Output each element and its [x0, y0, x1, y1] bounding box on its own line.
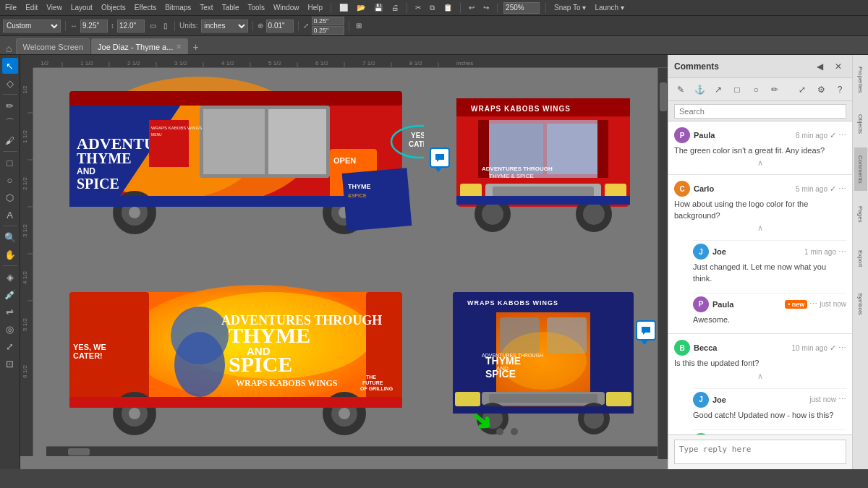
pan-tool[interactable]: ✋: [2, 247, 18, 262]
pages-panel-btn[interactable]: Pages: [854, 192, 867, 236]
blend-tool[interactable]: ⇌: [2, 304, 18, 320]
menu-view[interactable]: View: [44, 3, 64, 12]
more-btn-joe-1[interactable]: ⋯: [838, 247, 846, 257]
width-input[interactable]: [80, 20, 108, 33]
tb-paste[interactable]: 📋: [441, 3, 454, 12]
svg-text:8 1/2: 8 1/2: [409, 60, 422, 67]
comments-mini-btn[interactable]: Comments: [854, 147, 867, 191]
menu-text[interactable]: Text: [197, 3, 215, 12]
settings-icon-btn[interactable]: ⚙: [813, 82, 829, 98]
properties-panel-btn[interactable]: Properties: [854, 58, 867, 101]
more-btn-becca[interactable]: ⋯: [838, 343, 846, 353]
launch-btn[interactable]: Launch ▾: [592, 3, 626, 12]
pen-icon-btn[interactable]: ✎: [673, 82, 689, 98]
expand-paula[interactable]: ∧: [674, 158, 846, 168]
menu-help[interactable]: Help: [306, 3, 326, 12]
artistic-tool[interactable]: 🖌: [2, 132, 18, 148]
scroll-thumb-v[interactable]: [660, 82, 667, 111]
tab-joe-diaz-close[interactable]: ✕: [176, 43, 182, 51]
menu-table[interactable]: Table: [220, 3, 242, 12]
nudge-input[interactable]: [266, 20, 294, 33]
tb-new[interactable]: ⬜: [337, 3, 350, 12]
zoom-tool[interactable]: 🔍: [2, 229, 18, 245]
tab-welcome[interactable]: Welcome Screen: [16, 38, 90, 54]
tb-save[interactable]: 💾: [372, 3, 385, 12]
tb-print[interactable]: 🖨: [389, 3, 401, 12]
comments-collapse-btn[interactable]: ◀: [812, 59, 827, 74]
author-name-paula-2: Paula: [712, 300, 733, 309]
pointer-icon-btn[interactable]: ↗: [710, 82, 726, 98]
offset-y-input[interactable]: [312, 26, 344, 35]
check-btn-paula[interactable]: ✓: [830, 131, 836, 140]
menu-tools[interactable]: Tools: [246, 3, 267, 12]
select-tool[interactable]: ↖: [2, 58, 18, 74]
add-tab-btn[interactable]: +: [190, 41, 201, 53]
more-btn-paula[interactable]: ⋯: [838, 131, 846, 140]
units-select[interactable]: inches: [201, 20, 248, 33]
comment-bubble-2[interactable]: [636, 320, 656, 341]
help-icon-btn[interactable]: ?: [832, 82, 848, 98]
tool-sep1: [3, 94, 17, 95]
portrait-btn[interactable]: ▭: [148, 21, 158, 30]
comments-close-btn[interactable]: ✕: [830, 59, 846, 74]
snap-to-btn[interactable]: Snap To ▾: [552, 3, 588, 12]
menu-bitmaps[interactable]: Bitmaps: [163, 3, 193, 12]
anchor-icon-btn[interactable]: ⚓: [692, 82, 707, 98]
node-tool[interactable]: ◇: [2, 75, 18, 91]
menu-edit[interactable]: Edit: [23, 3, 40, 12]
tb-undo[interactable]: ↩: [467, 3, 477, 12]
more-btn-carlo[interactable]: ⋯: [838, 184, 846, 194]
reply-input[interactable]: [674, 440, 846, 464]
bezier-tool[interactable]: ⌒: [2, 115, 18, 131]
horizontal-scrollbar[interactable]: [46, 446, 668, 456]
check-btn-carlo[interactable]: ✓: [830, 184, 836, 194]
contour-tool[interactable]: ◎: [2, 321, 18, 337]
text-tool[interactable]: A: [2, 207, 18, 223]
landscape-btn[interactable]: ▯: [161, 21, 170, 30]
ellipse-tool[interactable]: ○: [2, 172, 18, 188]
fill-tool[interactable]: ◈: [2, 269, 18, 285]
menu-file[interactable]: File: [3, 3, 19, 12]
scroll-thumb-h[interactable]: [68, 448, 90, 455]
comment-bubble-1[interactable]: [430, 147, 450, 168]
tb-copy[interactable]: ⧉: [427, 3, 437, 13]
svg-text:WRAPS  KABOBS  WINGS: WRAPS KABOBS WINGS: [236, 378, 338, 388]
menu-effects[interactable]: Effects: [132, 3, 158, 12]
preset-select[interactable]: Custom: [3, 20, 61, 33]
reply-paula-2: P Paula • new ⋯ just now Awesome.: [693, 286, 846, 325]
more-btn-joe-2[interactable]: ⋯: [838, 395, 846, 404]
rect-tool[interactable]: □: [2, 155, 18, 171]
menu-layout[interactable]: Layout: [69, 3, 95, 12]
export-panel-btn[interactable]: Export: [854, 237, 867, 281]
expand-becca[interactable]: ∧: [674, 372, 846, 381]
search-input[interactable]: [674, 104, 846, 119]
symbols-panel-btn[interactable]: Symbols: [854, 282, 867, 325]
menu-window[interactable]: Window: [271, 3, 302, 12]
menu-objects[interactable]: Objects: [99, 3, 128, 12]
expand-carlo[interactable]: ∧: [674, 223, 846, 233]
canvas-area[interactable]: 1/2 1 1/2 2 1/2 3 1/2 4 1/2 5 1/2 6 1/2 …: [20, 55, 668, 469]
objects-panel-btn[interactable]: Objects: [854, 103, 867, 146]
more-btn-paula-2[interactable]: ⋯: [809, 299, 817, 309]
transform-tool[interactable]: ⤢: [2, 338, 18, 354]
crop-tool[interactable]: ⊡: [2, 356, 18, 372]
eyedrop-tool[interactable]: 💉: [2, 286, 18, 302]
rect-comment-btn[interactable]: □: [729, 82, 745, 98]
offset-x-input[interactable]: [312, 17, 344, 25]
author-name-carlo: Carlo: [694, 184, 714, 193]
nav-back[interactable]: ⌂: [3, 43, 14, 54]
circle-comment-btn[interactable]: ○: [748, 82, 764, 98]
check-btn-becca[interactable]: ✓: [830, 343, 836, 353]
tb-cut[interactable]: ✂: [413, 3, 423, 12]
zoom-input[interactable]: [503, 2, 540, 14]
tb-open[interactable]: 📂: [354, 3, 367, 12]
tb-redo[interactable]: ↪: [481, 3, 491, 12]
freehand-tool[interactable]: ✏: [2, 98, 18, 114]
share-btn[interactable]: ⤢: [794, 82, 810, 98]
add-page-btn[interactable]: ⊞: [354, 21, 364, 30]
height-input[interactable]: [117, 20, 145, 33]
vertical-scrollbar[interactable]: [658, 68, 668, 459]
tab-joe-diaz[interactable]: Joe Diaz - Thyme a... ✕: [91, 38, 188, 54]
polygon-tool[interactable]: ⬡: [2, 189, 18, 205]
freehand-comment-btn[interactable]: ✏: [767, 82, 783, 98]
